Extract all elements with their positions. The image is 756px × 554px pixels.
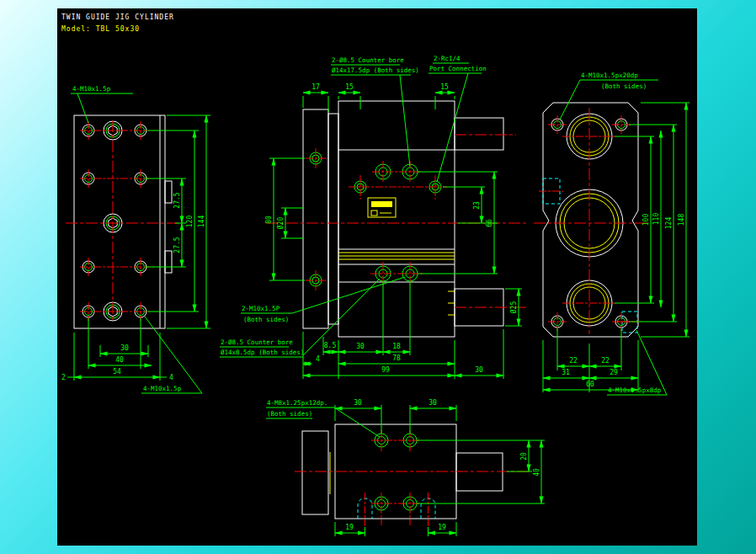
left-view-centerlines [66,120,180,322]
bottom-thread-label-2: (Both sides) [267,410,312,418]
dim-19-left: 19 [345,524,354,531]
left-bottom-thread-label: 4-M10x1.5p [143,385,182,392]
bottom-thread-label-1: 4-M8x1.25px12dp. [267,399,327,407]
side-top-thread-label-1: 4-M10x1.5px20dp [581,72,638,79]
dim-60: 60 [586,381,594,388]
dim-30-right: 30 [475,366,483,374]
counterbore-top-label-2: Ø14x17.5dp (Both sides) [332,67,419,74]
dim-dia20: Ø20 [276,217,285,230]
dim-22-right: 22 [601,357,610,365]
left-view: 27.5 27.5 120 144 30 40 54 2 4 4-M10x1.5… [61,85,210,393]
side-view-hidden-details [543,178,637,333]
title-block: TWIN GUIDE JIG CYLINDER Model: TBL 50x30 [61,13,174,33]
left-view-holes [83,121,146,321]
dim-4: 4 [169,374,173,381]
dim-27-5-lower: 27.5 [173,237,181,253]
dim-8-5: 8.5 [324,342,337,349]
dim-22-left: 22 [569,357,578,365]
dim-4: 4 [316,355,320,363]
dim-27-5-upper: 27.5 [173,192,181,208]
dim-30: 30 [120,344,129,352]
dim-80: 80 [265,216,273,224]
front-view-dimensions: 17 15 15 80 Ø20 23 66 Ø25 8.5 30 18 [265,83,522,379]
dim-23: 23 [473,201,481,210]
drawing-model: Model: TBL 50x30 [61,25,140,33]
nameplate [368,198,396,217]
side-view-dimensions: 100 110 124 148 22 22 31 29 60 [543,103,689,392]
dim-15-left: 15 [345,83,354,91]
dim-124: 124 [665,217,673,230]
dim-30-left: 30 [354,399,362,407]
dim-20: 20 [520,452,528,461]
left-view-labels: 4-M10x1.5p 4-M10x1.5p [71,85,202,393]
bottom-view-dimensions: 30 30 20 40 19 19 [335,399,545,536]
dim-100: 100 [642,214,650,226]
dim-dia25: Ø25 [509,301,518,314]
side-bottom-thread-label: 4-M10x1.5px8dp [608,386,662,394]
dim-18: 18 [392,343,401,350]
side-top-thread-label-2: (Both sides) [601,83,647,90]
dim-29: 29 [610,369,618,376]
dim-30-left: 30 [356,343,365,350]
left-view-outline [74,115,172,328]
left-top-thread-label: 4-M10x1.5p [72,85,111,93]
bottom-view: 30 30 20 40 19 19 4-M8x1.25px12dp. (Both… [266,399,545,536]
dim-15-right: 15 [440,83,449,91]
left-view-dimensions: 27.5 27.5 120 144 30 40 54 2 4 [61,115,210,381]
thread-label-1: 2-M10x1.5P [242,305,280,312]
counterbore-bottom-label-2: Ø14x8.5dp (Both sides) [221,349,304,356]
counterbore-top-label-1: 2-Ø8.5 Counter bore [332,56,404,64]
side-view-outline [543,103,638,337]
dim-40: 40 [115,356,124,364]
side-view-centerlines [534,108,648,334]
port-label-2: Port Connection [429,65,487,72]
dim-144: 144 [198,216,205,228]
dim-30-right: 30 [429,399,437,407]
cad-drawing: TWIN GUIDE JIG CYLINDER Model: TBL 50x30 [57,8,697,546]
side-view: 100 110 124 148 22 22 31 29 60 4-M10x1.5… [534,72,689,395]
drawing-title: TWIN GUIDE JIG CYLINDER [61,13,174,21]
dim-31: 31 [562,369,570,376]
dim-19-right: 19 [438,524,446,531]
front-view-labels: 2-Ø8.5 Counter bore Ø14x17.5dp (Both sid… [220,55,487,357]
dim-17: 17 [311,83,320,91]
front-view: 17 15 15 80 Ø20 23 66 Ø25 8.5 30 18 [220,55,529,379]
front-view-holes [310,152,441,286]
counterbore-bottom-label-1: 2-Ø8.5 Counter bore [221,338,293,346]
thread-label-2: (Both sides) [243,316,289,323]
dim-40: 40 [533,468,540,477]
dim-110: 110 [652,213,660,226]
bottom-view-holes [358,434,435,519]
dim-148: 148 [678,214,685,226]
front-view-outline [303,101,503,337]
front-view-seals [338,253,455,315]
dim-78: 78 [392,354,401,362]
dim-99: 99 [381,366,390,374]
dim-120: 120 [186,216,194,228]
drawing-canvas: TWIN GUIDE JIG CYLINDER Model: TBL 50x30 [57,8,697,546]
port-label-1: 2-Rc1/4 [434,55,461,62]
dim-54: 54 [113,368,121,376]
dim-66: 66 [486,219,493,227]
dim-2: 2 [61,374,66,381]
